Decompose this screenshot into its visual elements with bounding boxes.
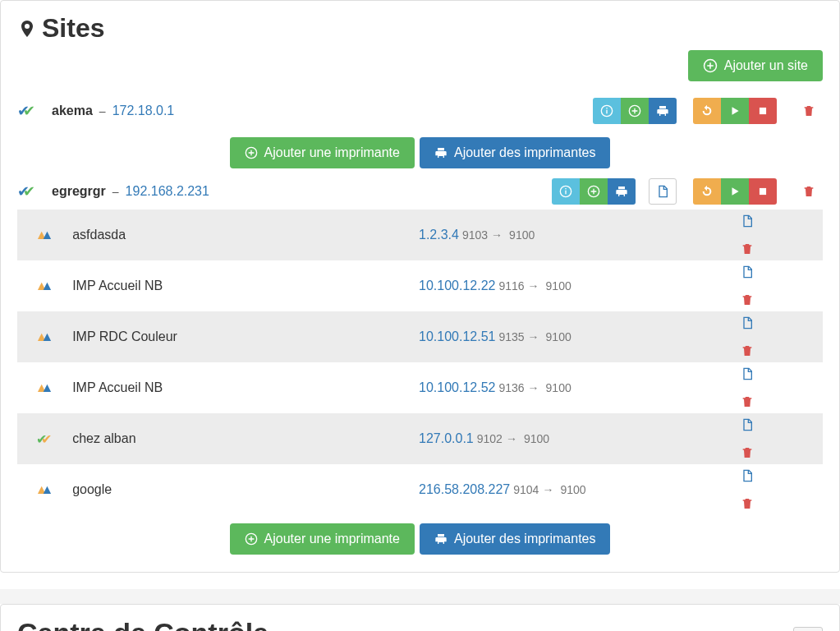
printers-table: ▲▲asfdasda1.2.3.49103→9100▲▲IMP Accueil … <box>17 210 823 515</box>
add-site-button[interactable]: Ajouter un site <box>688 50 823 81</box>
site-refresh-button[interactable] <box>693 178 721 205</box>
add-printers-button[interactable]: Ajouter des imprimantes <box>420 523 611 555</box>
site-delete-button[interactable] <box>795 98 823 124</box>
clear-button[interactable] <box>793 627 823 632</box>
printer-delete-button[interactable] <box>741 293 816 306</box>
printer-delete-button[interactable] <box>741 242 816 256</box>
site-print-button[interactable] <box>608 178 636 205</box>
printer-icon <box>434 146 448 159</box>
printer-delete-button[interactable] <box>741 497 816 510</box>
site-play-button[interactable] <box>721 178 749 205</box>
plus-circle-icon <box>245 146 258 159</box>
site-name: egregrgr <box>52 184 106 199</box>
add-printer-button[interactable]: Ajouter une imprimante <box>230 137 415 168</box>
page-title-text: Sites <box>42 13 104 44</box>
printer-port-to: 9100 <box>509 228 535 242</box>
status-warn-icon: ▲▲ <box>35 482 47 497</box>
printer-port-from: 9104 <box>513 483 539 496</box>
svg-rect-11 <box>760 188 766 195</box>
arrow-right-icon: → <box>491 228 503 242</box>
printer-row: ▲▲IMP Accueil NB10.100.12.229116→9100 <box>17 260 823 311</box>
arrow-right-icon: → <box>542 483 553 496</box>
svg-rect-3 <box>606 108 607 108</box>
status-warn-icon: ▲▲ <box>35 279 47 293</box>
status-warn-icon: ▲▲ <box>35 329 47 344</box>
add-site-label: Ajouter un site <box>724 58 808 73</box>
printer-name: chez alban <box>66 413 412 464</box>
status-warn-icon: ▲▲ <box>35 380 47 395</box>
site-stop-button[interactable] <box>749 178 777 205</box>
plus-circle-icon <box>245 532 258 546</box>
printer-port-from: 9136 <box>498 381 524 394</box>
plus-circle-icon <box>703 58 718 73</box>
printer-ip[interactable]: 10.100.12.22 <box>419 279 495 292</box>
printer-icon <box>434 532 448 546</box>
svg-rect-9 <box>565 188 566 189</box>
printer-row: ▲▲IMP Accueil NB10.100.12.529136→9100 <box>17 362 823 413</box>
printer-port-from: 9135 <box>498 330 524 343</box>
site-info-button[interactable] <box>593 98 621 124</box>
printer-ip[interactable]: 10.100.12.52 <box>419 380 495 394</box>
printer-row: ✔✔chez alban127.0.0.19102→9100 <box>17 413 823 464</box>
arrow-right-icon: → <box>528 381 539 394</box>
add-printers-button[interactable]: Ajouter des imprimantes <box>420 137 611 168</box>
svg-rect-8 <box>565 191 566 195</box>
arrow-right-icon: → <box>528 279 539 292</box>
printer-ip[interactable]: 216.58.208.227 <box>419 482 510 496</box>
arrow-right-icon: → <box>506 432 517 445</box>
location-icon <box>17 16 37 41</box>
printer-port-to: 9100 <box>546 330 571 343</box>
site-add-button[interactable] <box>621 98 649 124</box>
site-header: ✔✔akema – 172.18.0.1 <box>17 93 823 129</box>
site-delete-button[interactable] <box>795 178 823 205</box>
printer-port-to: 9100 <box>546 381 571 394</box>
printer-ip[interactable]: 127.0.0.1 <box>419 431 474 445</box>
site-status-icon: ✔✔ <box>17 182 29 200</box>
site-header: ✔✔egregrgr – 192.168.2.231 <box>17 173 823 210</box>
site-add-button[interactable] <box>580 178 608 205</box>
site-stop-button[interactable] <box>749 98 777 124</box>
control-center-title: Centre de Contrôle <box>17 617 269 631</box>
site-file-button[interactable] <box>649 178 677 205</box>
site-ip-link[interactable]: 172.18.0.1 <box>112 104 175 118</box>
status-warn-icon: ▲▲ <box>35 228 47 242</box>
site-status-icon: ✔✔ <box>17 102 29 120</box>
site-name: akema <box>52 104 93 118</box>
printer-row: ▲▲IMP RDC Couleur10.100.12.519135→9100 <box>17 311 823 362</box>
printer-port-to: 9100 <box>524 432 549 445</box>
printer-file-button[interactable] <box>741 418 816 431</box>
printer-file-button[interactable] <box>741 469 816 482</box>
printer-name: IMP Accueil NB <box>66 362 412 413</box>
printer-delete-button[interactable] <box>741 446 816 459</box>
printer-file-button[interactable] <box>741 316 816 329</box>
printer-file-button[interactable] <box>741 214 816 228</box>
printer-port-from: 9116 <box>498 279 524 292</box>
printer-name: IMP RDC Couleur <box>66 311 412 362</box>
printer-ip[interactable]: 10.100.12.51 <box>419 329 495 343</box>
svg-rect-5 <box>760 108 766 114</box>
add-printer-button[interactable]: Ajouter une imprimante <box>230 523 415 555</box>
printer-name: IMP Accueil NB <box>66 260 412 311</box>
printer-row: ▲▲asfdasda1.2.3.49103→9100 <box>17 210 823 260</box>
printer-name: asfdasda <box>66 210 412 260</box>
printer-port-to: 9100 <box>546 279 571 292</box>
printer-file-button[interactable] <box>741 367 816 380</box>
page-title: Sites <box>17 13 823 44</box>
status-ok-icon: ✔✔ <box>36 431 46 447</box>
printer-ip[interactable]: 1.2.3.4 <box>419 228 459 242</box>
printer-port-from: 9103 <box>462 228 488 242</box>
svg-rect-2 <box>606 110 607 114</box>
printer-port-to: 9100 <box>560 483 585 496</box>
printer-row: ▲▲google216.58.208.2279104→9100 <box>17 464 823 515</box>
site-refresh-button[interactable] <box>693 98 721 124</box>
printer-port-from: 9102 <box>477 432 503 445</box>
site-print-button[interactable] <box>649 98 677 124</box>
printer-file-button[interactable] <box>741 265 816 279</box>
arrow-right-icon: → <box>528 330 539 343</box>
printer-name: google <box>66 464 412 515</box>
printer-delete-button[interactable] <box>741 344 816 357</box>
site-ip-link[interactable]: 192.168.2.231 <box>126 184 209 199</box>
printer-delete-button[interactable] <box>741 395 816 408</box>
site-info-button[interactable] <box>552 178 580 205</box>
site-play-button[interactable] <box>721 98 749 124</box>
